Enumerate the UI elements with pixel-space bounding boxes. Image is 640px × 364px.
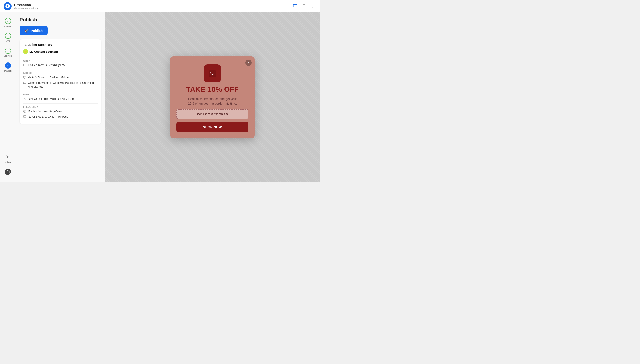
settings-nav-label: Settings	[4, 161, 12, 163]
left-nav: ✓ Customize ✓ Style ✓ Segment 4 Publish	[0, 12, 16, 182]
targeting-summary-title: Targeting Summary	[23, 43, 98, 46]
segment-label: Segment	[3, 55, 12, 57]
sidebar-item-publish[interactable]: 4 Publish	[0, 61, 16, 74]
sidebar-item-customize[interactable]: ✓ Customize	[0, 16, 16, 29]
when-item: On Exit Intent is Sensibility:Low	[23, 63, 98, 67]
publish-step-circle: 4	[5, 62, 11, 69]
svg-point-5	[304, 7, 304, 8]
style-step-circle: ✓	[5, 33, 11, 39]
device-icon	[23, 76, 26, 80]
segment-badge: ⚡ My Custom Segment	[23, 49, 98, 54]
who-item-text: New Or Returning Visitors is All Visitor…	[28, 97, 74, 101]
publish-label: Publish	[4, 70, 12, 72]
svg-point-8	[313, 7, 313, 8]
repeat-icon	[23, 115, 26, 119]
frequency-item-1: Display On Every Page View.	[23, 110, 98, 114]
person-icon	[23, 97, 26, 101]
clock-icon	[23, 110, 26, 114]
sidebar-item-settings[interactable]: Settings	[4, 152, 12, 165]
svg-point-6	[313, 4, 313, 5]
project-info: Promotion demo.popupsmart.com	[14, 3, 289, 9]
popup-close-button[interactable]: ×	[245, 60, 252, 66]
customize-label: Customize	[3, 25, 13, 27]
os-icon	[23, 81, 26, 85]
where-os-text: Operating System is Windows, Macos, Linu…	[28, 81, 98, 89]
desktop-view-button[interactable]	[292, 3, 299, 10]
nav-bottom: Settings	[4, 152, 12, 178]
svg-rect-0	[293, 4, 297, 7]
svg-point-3	[295, 8, 295, 8]
settings-icon	[5, 154, 11, 160]
frequency-label: FREQUENCY	[23, 106, 98, 108]
who-item: New Or Returning Visitors is All Visitor…	[23, 97, 98, 101]
where-label: WHERE	[23, 72, 98, 74]
when-label: WHEN	[23, 60, 98, 62]
publish-button[interactable]: 🚀 Publish	[20, 26, 48, 35]
page-title: Publish	[20, 17, 101, 23]
segment-dot: ⚡	[23, 49, 28, 54]
mobile-view-button[interactable]	[300, 3, 308, 10]
segment-step-circle: ✓	[5, 48, 11, 54]
svg-rect-10	[6, 171, 9, 173]
popup-coupon-code[interactable]: WELCOMEBCK10	[176, 109, 248, 119]
customize-step-circle: ✓	[5, 18, 11, 24]
where-item-os: Operating System is Windows, Macos, Linu…	[23, 81, 98, 89]
preview-background: × TAKE 10% OFF Don't miss the chance and…	[105, 12, 320, 182]
topbar: Promotion demo.popupsmart.com	[0, 0, 320, 12]
main-layout: ✓ Customize ✓ Style ✓ Segment 4 Publish	[0, 12, 320, 182]
frequency-item-2-text: Never Stop Displaying The Popup	[28, 115, 68, 119]
svg-rect-17	[23, 82, 26, 84]
svg-point-7	[313, 6, 313, 6]
svg-rect-14	[23, 76, 26, 78]
monitor-icon	[23, 64, 26, 67]
popup-icon	[204, 64, 221, 82]
publish-panel: Publish 🚀 Publish Targeting Summary ⚡ My…	[16, 12, 105, 182]
svg-point-20	[24, 98, 25, 99]
preview-area: × TAKE 10% OFF Don't miss the chance and…	[105, 12, 320, 182]
sidebar-item-briefcase[interactable]	[4, 167, 12, 177]
svg-point-9	[7, 156, 8, 158]
svg-rect-11	[23, 64, 26, 66]
where-item-device: Visitor's Device is Desktop, Mobile,	[23, 76, 98, 80]
sidebar-item-segment[interactable]: ✓ Segment	[0, 46, 16, 59]
popup-headline: TAKE 10% OFF	[186, 85, 239, 94]
frequency-item-1-text: Display On Every Page View.	[28, 110, 63, 113]
rocket-icon: 🚀	[24, 28, 29, 33]
style-label: Style	[5, 40, 10, 42]
project-name: Promotion	[14, 3, 289, 7]
topbar-actions	[292, 3, 316, 10]
popup-modal: × TAKE 10% OFF Don't miss the chance and…	[170, 56, 255, 138]
popup-shop-button[interactable]: SHOP NOW	[176, 122, 248, 132]
app-logo[interactable]	[4, 2, 12, 10]
segment-name: My Custom Segment	[29, 50, 58, 53]
briefcase-icon	[5, 169, 11, 175]
sidebar-item-style[interactable]: ✓ Style	[0, 31, 16, 44]
project-url: demo.popupsmart.com	[14, 7, 289, 9]
more-options-button[interactable]	[309, 3, 316, 10]
svg-rect-22	[23, 115, 26, 117]
frequency-item-2: Never Stop Displaying The Popup	[23, 115, 98, 119]
when-item-text: On Exit Intent is Sensibility:Low	[28, 63, 65, 67]
popup-subtext: Don't miss the chance and get your10% of…	[188, 97, 237, 106]
where-device-text: Visitor's Device is Desktop, Mobile,	[28, 76, 69, 80]
targeting-summary-card: Targeting Summary ⚡ My Custom Segment WH…	[20, 39, 101, 124]
who-label: WHO	[23, 93, 98, 96]
